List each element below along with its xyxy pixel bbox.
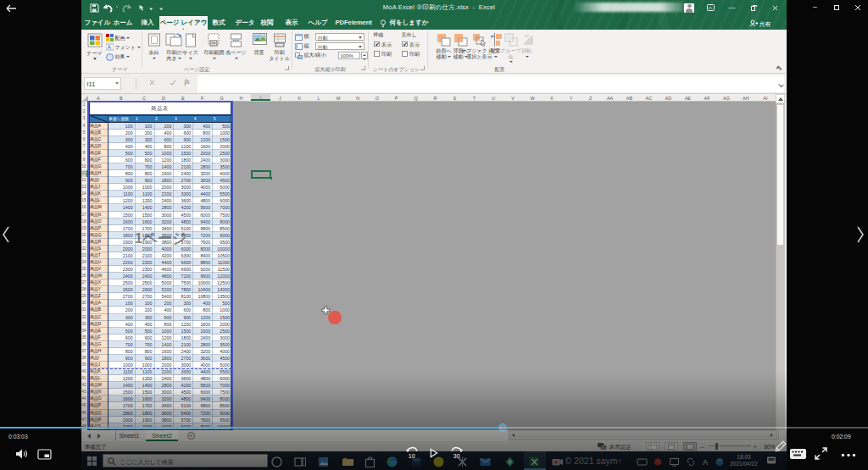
svg-text:A: A: [107, 44, 111, 50]
svg-text:10: 10: [409, 452, 415, 458]
svg-text:30: 30: [453, 452, 460, 458]
